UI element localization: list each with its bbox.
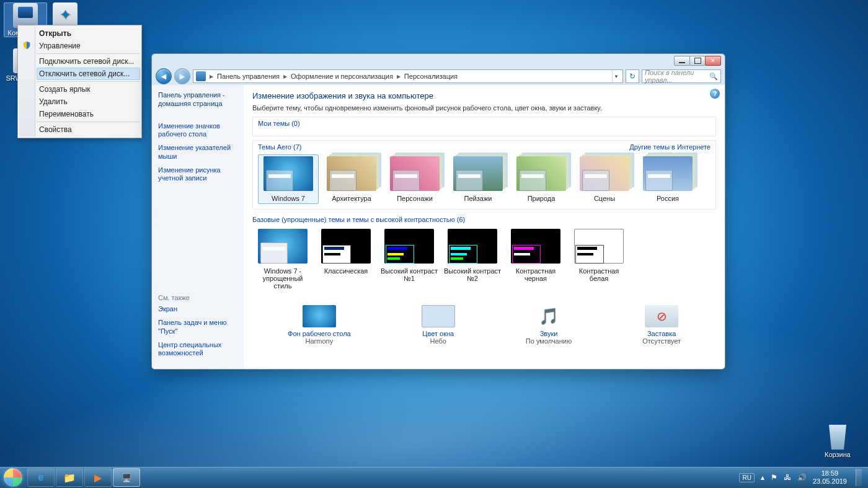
ctx-separator	[37, 81, 140, 82]
language-indicator[interactable]: RU	[739, 473, 754, 482]
content-pane: ? Изменение изображения и звука на компь…	[244, 85, 725, 369]
group-aero-themes: Другие темы в Интернете Темы Aero (7) Wi…	[252, 140, 716, 210]
page-title: Изменение изображения и звука на компьют…	[252, 91, 716, 100]
search-input[interactable]: Поиск в панели управл... 🔍	[642, 69, 721, 83]
theme-windows-7[interactable]: Windows 7	[258, 154, 319, 204]
theme-landscapes[interactable]: Пейзажи	[448, 154, 508, 204]
theme-label: Контрастная белая	[570, 267, 628, 282]
desktop-icon-recycle-bin[interactable]: Корзина	[816, 425, 859, 458]
ctx-manage[interactable]: Управление	[37, 40, 140, 52]
action-center-icon[interactable]: ⚑	[771, 473, 777, 482]
search-icon: 🔍	[709, 73, 718, 81]
address-dropdown[interactable]: ▼	[612, 70, 620, 82]
ctx-disconnect-network-drive[interactable]: Отключить сетевой диск...	[37, 68, 140, 80]
app-icon	[53, 2, 78, 27]
sidebar: Панель управления - домашняя страница Из…	[152, 85, 244, 369]
sidebar-account-picture[interactable]: Изменение рисунка учетной записи	[158, 166, 237, 184]
taskbar-explorer[interactable]: 📁	[56, 468, 83, 487]
start-button[interactable]	[0, 467, 26, 488]
group-my-themes: Мои темы (0)	[252, 117, 716, 136]
window-titlebar[interactable]	[152, 54, 725, 68]
folder-icon: 📁	[63, 472, 76, 484]
background-icon	[303, 305, 336, 327]
screensaver-link[interactable]: ⊘ Заставка Отсутствует	[642, 305, 681, 345]
nav-toolbar: ◄ ► ▶ Панель управления ▶ Оформление и п…	[152, 68, 725, 85]
ctx-separator	[37, 53, 140, 54]
theme-label: Россия	[639, 195, 697, 202]
theme-win7-basic[interactable]: Windows 7 - упрощенный стиль	[252, 227, 313, 291]
personalize-icon: 🖥️	[122, 473, 131, 482]
window-color-link[interactable]: Цвет окна Небо	[422, 305, 455, 345]
system-tray: RU ▴ ⚑ 🖧 🔊 18:59 23.05.2019	[739, 469, 864, 486]
taskbar-ie[interactable]: e	[27, 468, 55, 487]
minimize-button[interactable]	[674, 56, 690, 66]
breadcrumb-segment[interactable]: Панель управления	[217, 73, 280, 80]
media-player-icon: ▶	[94, 472, 102, 484]
sounds-link[interactable]: 🎵 Звуки По умолчанию	[526, 305, 572, 345]
get-more-themes-link[interactable]: Другие темы в Интернете	[629, 143, 711, 151]
computer-icon	[13, 3, 38, 28]
sidebar-home[interactable]: Панель управления - домашняя страница	[158, 91, 237, 109]
ctx-separator	[37, 122, 140, 122]
sidebar-ease-of-access[interactable]: Центр специальных возможностей	[158, 341, 237, 358]
sidebar-display[interactable]: Экран	[158, 305, 237, 314]
sidebar-taskbar-start[interactable]: Панель задач и меню "Пуск"	[158, 319, 237, 336]
theme-label: Высокий контраст №1	[380, 267, 438, 282]
theme-architecture[interactable]: Архитектура	[321, 154, 382, 204]
taskbar-personalization-window[interactable]: 🖥️	[113, 468, 140, 487]
theme-russia[interactable]: Россия	[637, 154, 698, 204]
ctx-delete[interactable]: Удалить	[37, 95, 140, 108]
refresh-button[interactable]: ↻	[626, 69, 639, 83]
theme-high-contrast-2[interactable]: Высокий контраст №2	[442, 227, 503, 291]
theme-high-contrast-white[interactable]: Контрастная белая	[569, 227, 629, 291]
chevron-right-icon: ▶	[283, 74, 287, 79]
windows-orb-icon	[4, 468, 22, 487]
group-title: Мои темы (0)	[258, 120, 711, 127]
breadcrumb-segment[interactable]: Персонализация	[404, 73, 458, 80]
theme-characters[interactable]: Персонажи	[384, 154, 445, 204]
sidebar-mouse-pointers[interactable]: Изменение указателей мыши	[158, 144, 237, 161]
close-button[interactable]	[705, 56, 721, 66]
ctx-open[interactable]: Открыть	[37, 27, 140, 40]
desktop-icon-label: Корзина	[816, 451, 859, 458]
breadcrumb-segment[interactable]: Оформление и персонализация	[291, 73, 393, 80]
help-icon[interactable]: ?	[710, 89, 720, 99]
theme-classic[interactable]: Классическая	[316, 227, 376, 291]
volume-icon[interactable]: 🔊	[797, 473, 807, 482]
theme-high-contrast-1[interactable]: Высокий контраст №1	[379, 227, 440, 291]
theme-label: Классическая	[317, 267, 375, 275]
personalization-footer: Фон рабочего стола Harmony Цвет окна Неб…	[252, 300, 716, 345]
desktop-background-link[interactable]: Фон рабочего стола Harmony	[288, 305, 351, 345]
window-color-icon	[422, 305, 455, 327]
clock[interactable]: 18:59 23.05.2019	[813, 469, 847, 485]
back-button[interactable]: ◄	[156, 68, 172, 84]
theme-label: Персонажи	[386, 195, 444, 202]
theme-label: Windows 7 - упрощенный стиль	[254, 267, 312, 290]
personalization-window: ◄ ► ▶ Панель управления ▶ Оформление и п…	[151, 53, 725, 370]
clock-date: 23.05.2019	[813, 477, 847, 486]
theme-label: Природа	[512, 195, 570, 202]
maximize-button[interactable]	[689, 56, 706, 66]
forward-button[interactable]: ►	[174, 68, 190, 84]
show-desktop-button[interactable]	[856, 469, 862, 486]
ctx-rename[interactable]: Переименовать	[37, 108, 140, 120]
theme-label: Сцены	[575, 195, 634, 202]
shield-icon	[22, 41, 31, 50]
group-title: Базовые (упрощенные) темы и темы с высок…	[252, 216, 716, 223]
screensaver-icon: ⊘	[645, 305, 678, 327]
theme-nature[interactable]: Природа	[511, 154, 572, 204]
show-hidden-icons[interactable]: ▴	[761, 473, 764, 482]
network-icon[interactable]: 🖧	[784, 473, 791, 482]
theme-scenes[interactable]: Сцены	[574, 154, 635, 204]
ctx-create-shortcut[interactable]: Создать ярлык	[37, 83, 140, 95]
theme-high-contrast-black[interactable]: Контрастная черная	[505, 227, 566, 291]
recycle-bin-icon	[825, 425, 850, 450]
address-bar[interactable]: ▶ Панель управления ▶ Оформление и персо…	[193, 69, 623, 83]
clock-time: 18:59	[813, 469, 847, 477]
ctx-map-network-drive[interactable]: Подключить сетевой диск...	[37, 55, 140, 68]
theme-label: Windows 7	[259, 195, 317, 202]
ctx-properties[interactable]: Свойства	[37, 123, 140, 136]
theme-label: Контрастная черная	[507, 267, 565, 282]
sidebar-desktop-icons[interactable]: Изменение значков рабочего стола	[158, 122, 237, 140]
taskbar-media-player[interactable]: ▶	[84, 468, 112, 487]
